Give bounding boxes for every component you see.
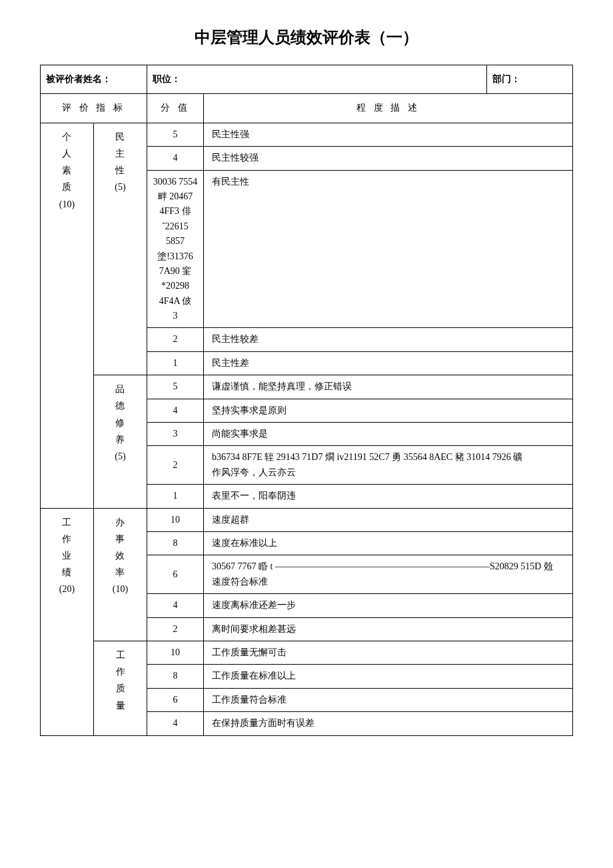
- header-row: 被评价者姓名： 职位： 部门：: [41, 65, 573, 94]
- table-row: 工作业绩(20)办事效率(10)10速度超群: [41, 508, 573, 531]
- score-cell: 4: [147, 147, 204, 170]
- description-cell: 有民主性: [204, 170, 573, 328]
- description-cell: 速度超群: [204, 508, 573, 531]
- label-name: 被评价者姓名：: [41, 65, 147, 94]
- main-category: 个人素质(10): [41, 123, 94, 508]
- description-cell: 表里不一，阳奉阴违: [204, 485, 573, 508]
- description-cell: 工作质量符合标准: [204, 688, 573, 711]
- score-cell: 10: [147, 508, 204, 531]
- description-cell: 尚能实事求是: [204, 423, 573, 446]
- sub-category: 品德修养(5): [94, 375, 147, 508]
- score-cell: 2: [147, 446, 204, 485]
- label-score: 分 值: [147, 94, 204, 123]
- score-cell: 1: [147, 351, 204, 375]
- score-cell: 6: [147, 555, 204, 594]
- description-cell: 民主性较差: [204, 328, 573, 351]
- sub-category: 民主性(5): [94, 123, 147, 375]
- score-cell: 8: [147, 665, 204, 688]
- score-cell: 8: [147, 531, 204, 555]
- label-indicator: 评 价 指 标: [41, 94, 147, 123]
- description-cell: 工作质量在标准以上: [204, 665, 573, 688]
- description-cell: 坚持实事求是原则: [204, 399, 573, 422]
- score-cell: 2: [147, 328, 204, 351]
- label-position: 职位：: [147, 65, 487, 94]
- score-cell: 4: [147, 712, 204, 735]
- description-cell: 民主性差: [204, 351, 573, 375]
- description-cell: 速度在标准以上: [204, 531, 573, 555]
- main-category: 工作业绩(20): [41, 508, 94, 735]
- score-cell: 5: [147, 375, 204, 399]
- description-cell: 谦虚谨慎，能坚持真理，修正错误: [204, 375, 573, 399]
- score-cell: 5: [147, 123, 204, 146]
- sub-category: 办事效率(10): [94, 508, 147, 641]
- subheader-row: 评 价 指 标 分 值 程 度 描 述: [41, 94, 573, 123]
- page-title: 中层管理人员绩效评价表（一）: [40, 27, 573, 48]
- description-cell: 速度离标准还差一步: [204, 594, 573, 617]
- table-row: 品德修养(5)5谦虚谨慎，能坚持真理，修正错误: [41, 375, 573, 399]
- description-cell: 民主性强: [204, 123, 573, 146]
- score-cell: 2: [147, 617, 204, 641]
- description-cell: 工作质量无懈可击: [204, 641, 573, 664]
- score-cell: 30036 7554 畔 20467 4FF3 俳 ˆ22615 5857 塗!…: [147, 170, 204, 328]
- sub-category: 工作质量: [94, 641, 147, 735]
- score-cell: 4: [147, 594, 204, 617]
- description-cell: b36734 8F7E 轾 29143 71D7 燗 iv21191 52C7 …: [204, 446, 573, 485]
- description-cell: 30567 7767 睧 t ———————————————————————S2…: [204, 555, 573, 594]
- score-cell: 1: [147, 485, 204, 508]
- score-cell: 10: [147, 641, 204, 664]
- score-cell: 6: [147, 688, 204, 711]
- table-row: 工作质量10工作质量无懈可击: [41, 641, 573, 664]
- label-department: 部门：: [487, 65, 573, 94]
- description-cell: 在保持质量方面时有误差: [204, 712, 573, 735]
- score-cell: 3: [147, 423, 204, 446]
- score-cell: 4: [147, 399, 204, 422]
- description-cell: 民主性较强: [204, 147, 573, 170]
- evaluation-table: 被评价者姓名： 职位： 部门： 评 价 指 标 分 值 程 度 描 述 个人素质…: [40, 65, 573, 736]
- description-cell: 离时间要求相差甚远: [204, 617, 573, 641]
- table-row: 个人素质(10)民主性(5)5民主性强: [41, 123, 573, 146]
- label-description: 程 度 描 述: [204, 94, 573, 123]
